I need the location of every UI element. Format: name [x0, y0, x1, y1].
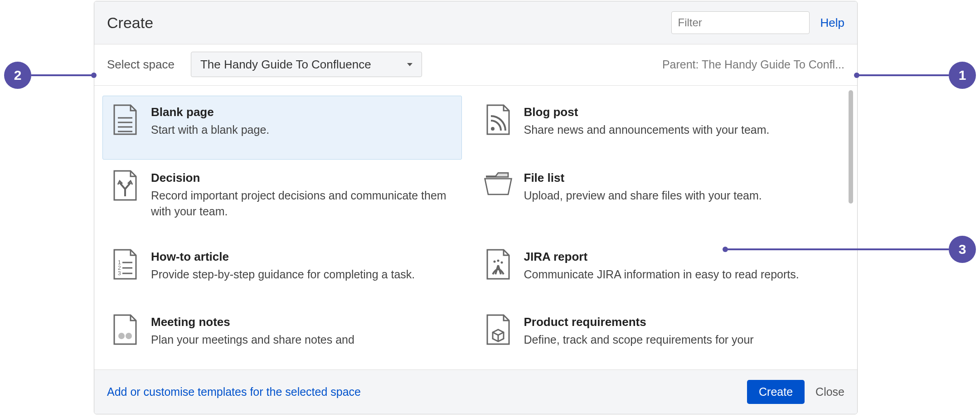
svg-point-11: [493, 260, 495, 262]
meeting-notes-icon: [110, 314, 140, 350]
templates-scrollbar[interactable]: [847, 90, 854, 365]
help-link[interactable]: Help: [820, 16, 844, 30]
template-desc: Provide step-by-step guidance for comple…: [151, 267, 454, 282]
dialog-title: Create: [107, 14, 671, 32]
create-button[interactable]: Create: [747, 380, 805, 404]
template-title: JIRA report: [524, 250, 827, 264]
template-product-requirements[interactable]: Product requirements Define, track and s…: [475, 306, 835, 369]
template-desc: Start with a blank page.: [151, 122, 454, 138]
template-decision[interactable]: Decision Record important project decisi…: [102, 161, 462, 238]
close-link[interactable]: Close: [815, 385, 844, 399]
dialog-header: Create Help: [94, 1, 857, 44]
document-blank-icon: [110, 104, 140, 141]
template-title: How-to article: [151, 250, 454, 264]
template-jira-report[interactable]: JIRA report Communicate JIRA information…: [475, 240, 835, 304]
template-title: Product requirements: [524, 315, 827, 329]
dialog-footer: Add or customise templates for the selec…: [94, 369, 857, 414]
template-desc: Upload, preview and share files with you…: [524, 188, 827, 204]
template-desc: Share news and announcements with your t…: [524, 122, 827, 138]
customise-templates-link[interactable]: Add or customise templates for the selec…: [107, 385, 361, 399]
annotation-bubble: 3: [949, 236, 976, 263]
template-howto-article[interactable]: 1 2 3 How-to article Provide step-by-ste…: [102, 240, 462, 304]
template-desc: Define, track and scope requirements for…: [524, 332, 827, 348]
parent-page-label: Parent: The Handy Guide To Confl...: [662, 58, 844, 71]
space-dropdown-value: The Handy Guide To Confluence: [200, 58, 371, 72]
create-dialog: Create Help Select space The Handy Guide…: [94, 1, 858, 414]
template-title: Blank page: [151, 105, 454, 119]
product-req-icon: [483, 314, 513, 350]
scrollbar-thumb[interactable]: [849, 90, 853, 204]
annotation-bubble: 1: [949, 62, 976, 89]
annotation-line: [31, 74, 95, 76]
rss-icon: [483, 104, 513, 141]
template-desc: Communicate JIRA information in easy to …: [524, 267, 827, 282]
annotation-1: 1: [856, 62, 976, 89]
select-space-label: Select space: [107, 58, 175, 72]
chevron-down-icon: [407, 63, 412, 66]
annotation-2: 2: [4, 62, 95, 89]
templates-area: Blank page Start with a blank page. Blog…: [94, 86, 857, 369]
svg-point-15: [126, 333, 132, 339]
space-dropdown[interactable]: The Handy Guide To Confluence: [191, 52, 422, 77]
template-title: Blog post: [524, 105, 827, 119]
template-title: Decision: [151, 171, 454, 185]
template-desc: Record important project decisions and c…: [151, 188, 454, 219]
annotation-bubble: 2: [4, 62, 31, 89]
jira-report-icon: [483, 249, 513, 285]
folder-icon: [483, 170, 513, 206]
filter-input[interactable]: [671, 11, 810, 34]
svg-point-12: [497, 259, 499, 262]
template-blank-page[interactable]: Blank page Start with a blank page.: [102, 96, 462, 160]
numbered-list-icon: 1 2 3: [110, 249, 140, 285]
template-file-list[interactable]: File list Upload, preview and share file…: [475, 161, 835, 238]
template-meeting-notes[interactable]: Meeting notes Plan your meetings and sha…: [102, 306, 462, 369]
template-title: File list: [524, 171, 827, 185]
svg-point-13: [500, 261, 503, 263]
space-selection-row: Select space The Handy Guide To Confluen…: [94, 44, 857, 86]
svg-point-4: [491, 127, 495, 131]
template-title: Meeting notes: [151, 315, 454, 329]
svg-point-14: [118, 333, 125, 339]
template-blog-post[interactable]: Blog post Share news and announcements w…: [475, 96, 835, 160]
svg-text:3: 3: [118, 270, 121, 277]
annotation-line: [856, 74, 949, 76]
decision-arrows-icon: [110, 170, 140, 206]
template-desc: Plan your meetings and share notes and: [151, 332, 454, 348]
templates-grid: Blank page Start with a blank page. Blog…: [94, 86, 847, 369]
